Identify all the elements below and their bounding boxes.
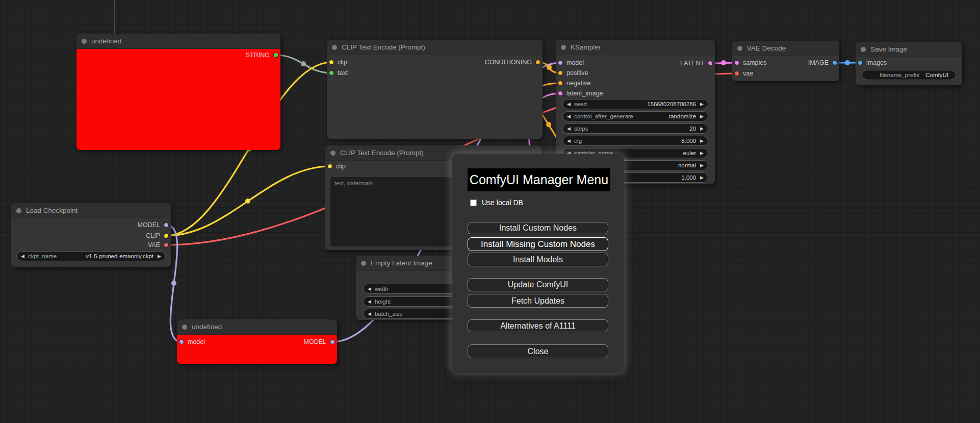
link-midpoint-dot bbox=[546, 122, 551, 127]
input-slot-samples[interactable]: samples bbox=[734, 58, 767, 68]
port-model-icon[interactable] bbox=[179, 339, 184, 344]
collapse-dot-icon[interactable] bbox=[561, 45, 566, 50]
port-latent-icon[interactable] bbox=[558, 91, 563, 96]
collapse-dot-icon[interactable] bbox=[737, 46, 742, 51]
port-conditioning-icon[interactable] bbox=[558, 81, 563, 86]
arrow-left-icon[interactable]: ◀ bbox=[21, 251, 24, 261]
port-latent-icon[interactable] bbox=[708, 61, 713, 66]
collapse-dot-icon[interactable] bbox=[182, 325, 187, 330]
input-slot-vae[interactable]: vae bbox=[734, 68, 753, 79]
port-text-icon[interactable] bbox=[329, 70, 334, 76]
arrow-left-icon[interactable]: ◀ bbox=[368, 296, 371, 307]
arrow-right-icon[interactable]: ▶ bbox=[700, 111, 704, 121]
arrow-right-icon[interactable]: ▶ bbox=[158, 251, 161, 261]
input-slot-model[interactable]: model bbox=[179, 337, 205, 347]
port-vae-icon[interactable] bbox=[734, 71, 739, 76]
port-conditioning-icon[interactable] bbox=[535, 60, 540, 65]
port-model-icon[interactable] bbox=[164, 222, 169, 228]
install-custom-nodes-button[interactable]: Install Custom Nodes bbox=[468, 222, 608, 234]
input-slot-latent-image[interactable]: latent_image bbox=[558, 88, 603, 98]
arrow-right-icon[interactable]: ▶ bbox=[700, 172, 704, 183]
port-image-icon[interactable] bbox=[832, 60, 837, 65]
arrow-right-icon[interactable]: ▶ bbox=[700, 148, 704, 158]
input-slot-model[interactable]: model bbox=[558, 58, 584, 68]
fetch-updates-button[interactable]: Fetch Updates bbox=[468, 294, 608, 308]
output-slot-latent[interactable]: LATENT bbox=[680, 58, 713, 68]
port-latent-icon[interactable] bbox=[734, 60, 739, 65]
node-undefined-top[interactable]: undefined STRING bbox=[76, 34, 280, 150]
port-image-icon[interactable] bbox=[858, 60, 863, 65]
use-local-db-row[interactable]: Use local DB bbox=[470, 198, 523, 207]
node-title: undefined bbox=[192, 323, 222, 331]
arrow-left-icon[interactable]: ◀ bbox=[368, 284, 371, 294]
link-midpoint-dot bbox=[171, 281, 176, 286]
alternatives-of-a1111-button[interactable]: Alternatives of A1111 bbox=[468, 319, 608, 332]
node-title: CLIP Text Encode (Prompt) bbox=[342, 43, 425, 51]
collapse-dot-icon[interactable] bbox=[361, 261, 366, 266]
arrow-right-icon[interactable]: ▶ bbox=[700, 123, 704, 134]
collapse-dot-icon[interactable] bbox=[332, 45, 337, 50]
input-slot-negative[interactable]: negative bbox=[558, 78, 590, 88]
input-slot-positive[interactable]: positive bbox=[558, 68, 588, 78]
output-slot-image[interactable]: IMAGE bbox=[808, 58, 837, 68]
input-slot-images[interactable]: images bbox=[858, 58, 887, 68]
output-slot-model[interactable]: MODEL bbox=[138, 220, 169, 230]
install-missing-custom-nodes-button[interactable]: Install Missing Custom Nodes bbox=[468, 237, 608, 251]
update-comfyui-button[interactable]: Update ComfyUI bbox=[468, 278, 608, 291]
dialog-title: ComfyUI Manager Menu bbox=[468, 168, 610, 191]
arrow-right-icon[interactable]: ▶ bbox=[700, 160, 704, 170]
port-clip-icon[interactable] bbox=[327, 164, 332, 169]
collapse-dot-icon[interactable] bbox=[861, 47, 866, 52]
widget-steps[interactable]: ◀ steps 20 ▶ bbox=[562, 123, 708, 134]
input-slot-clip[interactable]: clip bbox=[327, 161, 346, 171]
node-titlebar[interactable]: VAE Decode bbox=[732, 41, 839, 56]
input-slot-text[interactable]: text bbox=[329, 68, 348, 78]
widget-control-after-generate[interactable]: ◀ control_after_generate randomize ▶ bbox=[562, 111, 708, 121]
arrow-left-icon[interactable]: ◀ bbox=[567, 136, 571, 146]
arrow-right-icon[interactable]: ▶ bbox=[700, 136, 704, 146]
comfyui-canvas[interactable]: { "nodes": [ { "title": "undefined", "ou… bbox=[0, 0, 980, 423]
close-button[interactable]: Close bbox=[468, 344, 608, 358]
link-midpoint-dot bbox=[245, 198, 250, 204]
port-clip-icon[interactable] bbox=[164, 233, 169, 238]
output-slot-conditioning[interactable]: CONDITIONING bbox=[485, 57, 540, 67]
arrow-left-icon[interactable]: ◀ bbox=[567, 99, 571, 109]
port-conditioning-icon[interactable] bbox=[558, 70, 563, 76]
node-undefined-bottom[interactable]: undefined model MODEL bbox=[177, 319, 337, 364]
widget-filename-prefix[interactable]: filename_prefix ComfyUI bbox=[862, 70, 956, 80]
collapse-dot-icon[interactable] bbox=[330, 151, 336, 156]
use-local-db-checkbox[interactable] bbox=[470, 200, 477, 206]
arrow-left-icon[interactable]: ◀ bbox=[368, 309, 371, 319]
node-load-checkpoint[interactable]: Load Checkpoint MODEL CLIP VAE ◀ ckpt_na… bbox=[11, 203, 171, 267]
output-slot-clip[interactable]: CLIP bbox=[146, 231, 169, 241]
widget-ckpt-name[interactable]: ◀ ckpt_name v1-5-pruned-emaonly.ckpt ▶ bbox=[16, 251, 166, 261]
node-titlebar[interactable]: CLIP Text Encode (Prompt) bbox=[327, 40, 543, 55]
node-body-error bbox=[76, 49, 280, 150]
node-clip-text-encode-1[interactable]: CLIP Text Encode (Prompt) clip text COND… bbox=[327, 40, 543, 139]
node-vae-decode[interactable]: VAE Decode samples vae IMAGE bbox=[732, 41, 839, 81]
node-titlebar[interactable]: Save Image bbox=[856, 42, 962, 57]
port-vae-icon[interactable] bbox=[164, 242, 169, 247]
port-clip-icon[interactable] bbox=[329, 60, 334, 65]
widget-seed[interactable]: ◀ seed 156680208700286 ▶ bbox=[562, 99, 708, 109]
arrow-left-icon[interactable]: ◀ bbox=[567, 111, 571, 121]
node-titlebar[interactable]: undefined bbox=[177, 319, 337, 335]
widget-label: seed bbox=[574, 101, 587, 107]
install-models-button[interactable]: Install Models bbox=[468, 253, 608, 266]
port-model-icon[interactable] bbox=[330, 339, 335, 344]
arrow-left-icon[interactable]: ◀ bbox=[567, 123, 571, 134]
node-titlebar[interactable]: KSampler bbox=[556, 40, 715, 55]
input-slot-clip[interactable]: clip bbox=[329, 57, 347, 67]
node-titlebar[interactable]: Load Checkpoint bbox=[11, 203, 171, 218]
widget-cfg[interactable]: ◀ cfg 8.000 ▶ bbox=[562, 136, 708, 146]
node-titlebar[interactable]: undefined bbox=[76, 34, 280, 49]
output-slot-string[interactable]: STRING bbox=[246, 50, 278, 60]
port-model-icon[interactable] bbox=[558, 60, 563, 65]
output-slot-vae[interactable]: VAE bbox=[148, 240, 169, 250]
collapse-dot-icon[interactable] bbox=[16, 208, 21, 213]
port-string-icon[interactable] bbox=[273, 53, 278, 58]
node-save-image[interactable]: Save Image images filename_prefix ComfyU… bbox=[856, 42, 962, 85]
output-slot-model[interactable]: MODEL bbox=[304, 337, 335, 347]
collapse-dot-icon[interactable] bbox=[82, 39, 87, 44]
arrow-right-icon[interactable]: ▶ bbox=[700, 99, 704, 109]
